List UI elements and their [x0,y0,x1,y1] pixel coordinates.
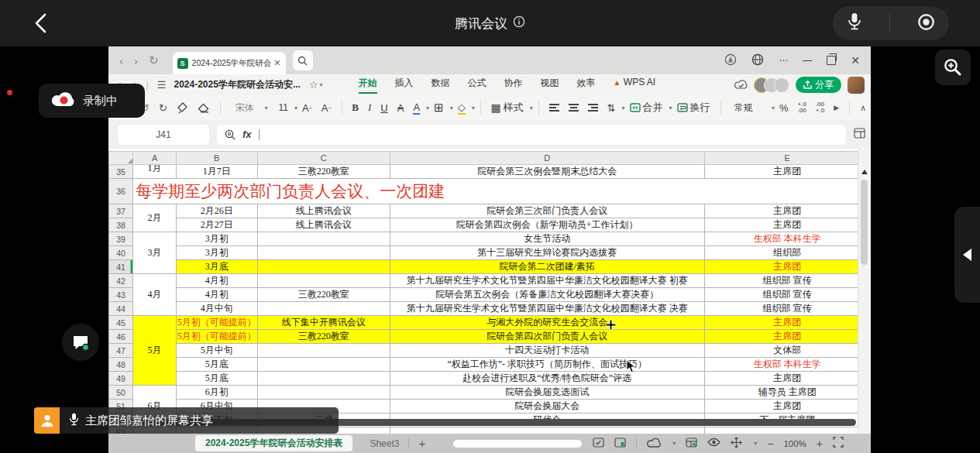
cell[interactable]: 三教220教室 [257,330,390,344]
cell[interactable]: 组织部 宣传 [704,302,871,316]
cell[interactable]: 每学期至少两次部门负责人会议、一次团建 [133,179,871,204]
cell[interactable] [390,427,704,434]
column-header[interactable]: E [704,152,871,165]
cell[interactable]: 5月底 [176,358,257,372]
cell[interactable] [257,372,390,386]
download-icon[interactable] [724,53,737,68]
hamburger-menu-icon[interactable]: ☰ [157,79,167,91]
italic-button[interactable]: I [368,101,371,114]
document-tab[interactable]: S 2024-2025学年院研会活动安 ✕ [173,52,286,74]
board-chart-icon[interactable] [614,438,626,450]
vertical-align-icon[interactable]: ⇅ [607,102,616,114]
cell[interactable]: 主席团 [704,372,871,386]
decrease-font-icon[interactable]: A− [322,102,332,114]
cloud-sync-icon[interactable] [734,78,748,92]
cell[interactable]: 第十九届研究生学术文化节暨第四届中华廉洁文化校园翻译大赛 初赛 [390,274,704,288]
align-left-icon[interactable] [549,102,559,113]
collapse-ribbon-icon[interactable]: ∧ [860,103,866,113]
row-header[interactable]: 37 [109,204,133,218]
vertical-scroll-thumb[interactable] [861,180,868,265]
nav-forward-icon[interactable]: › [134,54,138,67]
vertical-scrollbar[interactable] [858,149,871,434]
cloud-status-icon[interactable] [647,438,661,450]
cell[interactable]: 第十三届研究生辩论赛院内选拔赛 [390,246,704,260]
cell[interactable]: 生权部 本科生学 [704,358,871,372]
sheet-tab-sheet3[interactable]: Sheet3 [370,438,399,449]
cell[interactable]: 辅导员 主席团 [704,386,871,400]
cell[interactable]: 院研会第三次例会暨期末总结大会 [390,165,704,179]
cell[interactable] [257,344,390,358]
nav-back-icon[interactable]: ‹ [119,54,123,67]
fill-color-icon[interactable]: ◇ [458,101,466,115]
cell[interactable]: 2月 [133,204,177,232]
cell[interactable]: 4月初 [176,288,257,302]
redo-icon[interactable]: ↻ [159,102,167,114]
align-right-icon[interactable] [588,102,598,113]
cell[interactable]: “权益工作坊”- 求职技巧（简历制作、面试技巧） [390,358,704,372]
cell[interactable]: 3月底 [176,260,257,274]
move-tool-icon[interactable] [731,437,742,451]
decrease-decimal-icon[interactable]: .00+.0 [816,101,824,114]
zoom-out-button[interactable]: − [767,438,773,450]
cell[interactable]: 组织部 [704,246,871,260]
increase-decimal-icon[interactable]: +.0.00 [798,101,806,114]
cell[interactable]: 主席团 [704,218,871,232]
cell[interactable]: 文体部 [704,344,871,358]
cell[interactable]: 主席团 [704,204,871,218]
cell[interactable]: 院研会换届竞选面试 [390,386,704,400]
tab-close-icon[interactable]: ✕ [273,58,280,68]
cell[interactable]: 院研会第四次例会（新学期动员+工作计划） [390,218,704,232]
row-header[interactable]: 42 [109,274,133,288]
row-header[interactable]: 38 [109,218,133,232]
fullscreen-icon[interactable] [833,437,844,450]
cell[interactable]: 三教220教室 [257,288,390,302]
cell[interactable]: 生权部 本科生学 [704,232,871,246]
globe-icon[interactable] [751,53,764,68]
cell[interactable]: 6月初 [176,386,257,400]
cell[interactable]: 5月 [133,316,177,386]
align-center-icon[interactable] [569,102,579,113]
font-family-select[interactable]: 宋体 [231,101,259,115]
cell[interactable]: 主席团 [704,260,871,274]
menu-wps-ai[interactable]: ▲ WPS AI [614,77,656,94]
menu-collab[interactable]: 协作 [504,77,523,94]
minimize-icon[interactable]: — [803,55,812,66]
add-sheet-button[interactable]: + [418,437,425,450]
cell[interactable]: 院研会第四次部门负责人会议 [390,330,704,344]
cell[interactable]: 3月初 [176,246,257,260]
cell[interactable]: 女生节活动 [390,232,704,246]
cell[interactable]: 1月 [133,165,177,179]
cell[interactable]: 与湘大外院的研究生会交流会 [390,316,704,330]
cell[interactable]: 4月 [133,274,177,316]
cell[interactable] [257,232,390,246]
increase-font-icon[interactable]: A+ [302,102,312,114]
borders-icon[interactable]: ⊞ [434,101,444,115]
row-header[interactable]: 41 [109,260,133,274]
cell[interactable]: 组织部 宣传 [704,288,871,302]
cell[interactable]: 第十九届研究生学术文化节暨第四届中华廉洁文化校园翻译大赛 决赛 [390,302,704,316]
cell[interactable]: 3月初 [176,232,257,246]
chevron-down-icon[interactable]: ▾ [320,81,323,88]
column-header[interactable]: D [390,152,704,165]
chat-button[interactable] [62,324,99,361]
cell[interactable]: 主席团 [704,330,871,344]
sheet-tab-active[interactable]: 2024-2025学年院研会活动安排表 [195,435,352,451]
zoom-level[interactable]: 100% [783,439,806,448]
formula-expand-icon[interactable] [854,128,865,142]
row-header[interactable]: 45 [109,316,133,330]
row-header[interactable]: 48 [109,358,133,372]
cell[interactable]: 5月中旬 [176,344,257,358]
wrap-text-button[interactable]: 换行 [677,101,710,115]
cell[interactable]: 院研会换届大会 [390,400,704,414]
cell[interactable]: 十四天运动打卡活动 [390,344,704,358]
star-icon[interactable]: ☆ [309,79,318,91]
eraser-icon[interactable] [198,103,210,113]
cell[interactable] [257,302,390,316]
info-icon[interactable] [513,15,525,31]
cell[interactable] [257,260,390,274]
menu-formula[interactable]: 公式 [468,77,487,94]
panel-expand-tab[interactable] [954,207,980,303]
font-size-select[interactable]: 11 [279,102,288,113]
row-header[interactable]: 43 [109,288,133,302]
cell[interactable]: 院研会第二次团建/素拓 [390,260,704,274]
